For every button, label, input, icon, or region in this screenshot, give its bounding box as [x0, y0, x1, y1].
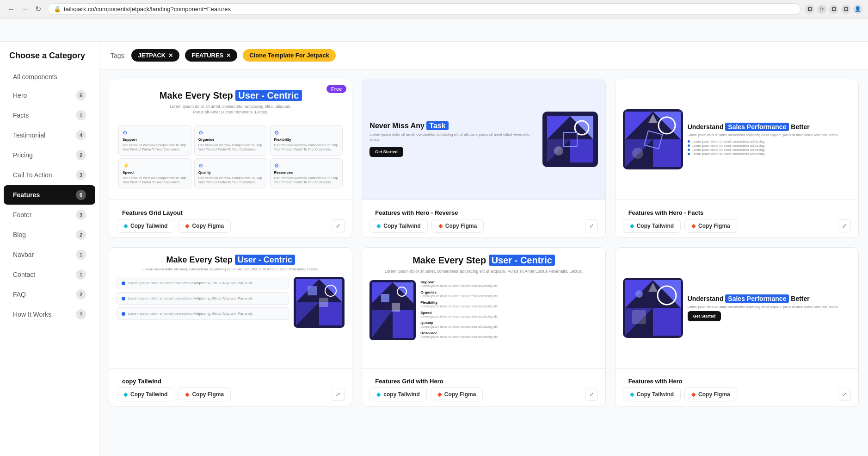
tag-jetpack-close[interactable]: ✕	[168, 52, 173, 59]
card3-copy-tailwind[interactable]: ◈ Copy Tailwind	[623, 219, 681, 233]
tag-jetpack[interactable]: JETPACK ✕	[131, 49, 179, 62]
sidebar-label-pricing: Pricing	[13, 151, 33, 159]
speed-icon: ⚡	[123, 162, 187, 169]
clone-template-button[interactable]: Clone Template For Jetpack	[243, 49, 335, 62]
sidebar-item-pricing[interactable]: Pricing 2	[4, 145, 95, 165]
extension-icon-2[interactable]: ⊡	[829, 5, 838, 14]
card5-copy-tailwind[interactable]: ◈ copy Tailwind	[369, 387, 426, 401]
card1-expand[interactable]: ⤢	[332, 219, 345, 232]
feat-quality-title: Quality	[420, 321, 597, 325]
sidebar-item-contact[interactable]: Contact 1	[4, 265, 95, 284]
sidebar-badge-blog: 2	[76, 230, 86, 240]
sidebar-badge-testimonial: 4	[76, 130, 86, 140]
sidebar-item-hero[interactable]: Hero 5	[4, 86, 95, 105]
card4-footer: copy Tailwind ◈ Copy Tailwind ◆ Copy Fig…	[109, 368, 352, 406]
star-icon[interactable]: ☆	[817, 5, 826, 14]
tag-features-close[interactable]: ✕	[226, 52, 231, 59]
card2-copy-tailwind[interactable]: ◈ Copy Tailwind	[369, 219, 427, 233]
sidebar-item-call-to-action[interactable]: Call To Action 3	[4, 165, 95, 185]
feature-speed: ⚡ Speed Use Premium Webflow Components T…	[118, 158, 191, 188]
card-features-grid-layout: Free Make Every Step User - Centric Lore…	[109, 79, 352, 238]
card3-expand[interactable]: ⤢	[838, 219, 851, 232]
card6-copy-tailwind[interactable]: ◈ Copy Tailwind	[623, 387, 681, 401]
bullet-2: Lorem ipsum dolor sit amet, consectetur …	[688, 144, 839, 148]
back-button[interactable]: ←	[6, 4, 17, 14]
profile-icon[interactable]: 👤	[853, 5, 862, 14]
extension-icon-1[interactable]: ⊞	[805, 5, 814, 14]
sidebar-item-features[interactable]: Features 6	[4, 185, 95, 205]
card5-expand[interactable]: ⤢	[585, 388, 598, 401]
sidebar-item-navbar[interactable]: Navbar 1	[4, 245, 95, 264]
card2-copy-figma[interactable]: ◆ Copy Figma	[431, 219, 484, 233]
feature-quality: ⚙ Quality Use Premium Webflow Components…	[194, 158, 267, 188]
sidebar-item-footer[interactable]: Footer 3	[4, 205, 95, 225]
sidebar-item-how-it-works[interactable]: How It Works ?	[4, 305, 95, 324]
sidebar-label-blog: Blog	[13, 231, 26, 238]
card3-actions: ◈ Copy Tailwind ◆ Copy Figma ⤢	[621, 219, 853, 233]
card6-expand[interactable]: ⤢	[838, 388, 851, 401]
card1-copy-figma[interactable]: ◆ Copy Figma	[178, 219, 231, 233]
feat-organise-title: Organise	[420, 290, 597, 294]
card6-copy-figma[interactable]: ◆ Copy Figma	[684, 387, 737, 401]
feat-resource-title: Resource	[420, 331, 597, 335]
feature-flexibility: ⚙ Flexibility Use Premium Webflow Compon…	[270, 125, 343, 156]
main-content: Tags: JETPACK ✕ FEATURES ✕ Clone Templat…	[99, 42, 868, 456]
card1-figma-label: Copy Figma	[192, 223, 224, 229]
feat-resource-desc: Lorem ipsum dolor sit amet consectetur a…	[420, 335, 597, 338]
card2-expand[interactable]: ⤢	[585, 219, 598, 232]
card3-copy-figma[interactable]: ◆ Copy Figma	[684, 219, 737, 233]
card2-heading: Never Miss Any Task	[369, 122, 536, 130]
card4-subtitle: Lorem ipsum dolor sit amet, consectetur …	[142, 267, 319, 271]
card5-copy-figma[interactable]: ◆ Copy Figma	[431, 387, 483, 401]
tailwind-icon-2: ◈	[376, 223, 381, 229]
sidebar-label-faq: FAQ	[13, 291, 26, 298]
bullet-dot-4	[688, 153, 690, 155]
card4-copy-figma[interactable]: ◆ Copy Figma	[178, 387, 231, 401]
sidebar-label-hero: Hero	[13, 92, 27, 99]
sidebar-item-facts[interactable]: Facts 1	[4, 106, 95, 125]
forward-button[interactable]: →	[19, 4, 31, 14]
card5-illustration	[369, 280, 416, 340]
card3-figma-label: Copy Figma	[698, 223, 730, 229]
tag-features[interactable]: FEATURES ✕	[185, 49, 237, 62]
feature-organise: ⚙ Organise Use Premium Webflow Component…	[194, 125, 267, 156]
reload-button[interactable]: ↻	[33, 4, 43, 14]
free-badge: Free	[326, 85, 346, 93]
card6-actions: ◈ Copy Tailwind ◆ Copy Figma ⤢	[621, 387, 853, 401]
card3-preview: Understand Sales Performance Better Lore…	[616, 79, 858, 200]
sidebar-item-all-components[interactable]: All components	[4, 69, 95, 85]
list-item-3: Lorem ipsum dolor sit amet consectetur A…	[117, 307, 289, 320]
sidebar-item-testimonial[interactable]: Testimonial 4	[4, 125, 95, 145]
tags-bar: Tags: JETPACK ✕ FEATURES ✕ Clone Templat…	[99, 42, 868, 69]
figma-icon-2: ◆	[438, 223, 443, 229]
card4-copy-tailwind[interactable]: ◈ Copy Tailwind	[117, 387, 174, 401]
card1-highlight: User - Centric	[235, 90, 302, 101]
feat-support-desc: Lorem ipsum dolor sit amet consectetur a…	[420, 284, 597, 287]
bullet-dot-3	[688, 149, 690, 151]
card5-features-list: Support Lorem ipsum dolor sit amet conse…	[420, 280, 597, 338]
card6-get-started[interactable]: Get Started	[688, 311, 721, 321]
card6-sales-highlight: Sales Performance	[725, 294, 789, 303]
card4-expand[interactable]: ⤢	[332, 388, 345, 401]
sidebar-label-navbar: Navbar	[13, 251, 34, 258]
card1-copy-tailwind[interactable]: ◈ Copy Tailwind	[117, 219, 174, 233]
sidebar-item-blog[interactable]: Blog 2	[4, 225, 95, 244]
bullet-3: Lorem ipsum dolor sit amet, consectetur …	[688, 148, 839, 152]
svg-marker-29	[393, 310, 413, 338]
sidebar-item-faq[interactable]: FAQ 2	[4, 285, 95, 304]
resources-icon: ⚙	[274, 162, 339, 169]
card3-tailwind-label: Copy Tailwind	[637, 223, 674, 229]
sidebar-badge-pricing: 2	[76, 150, 86, 160]
figma-icon-6: ◆	[691, 391, 696, 398]
extension-icon-3[interactable]: ⊟	[841, 5, 850, 14]
address-bar[interactable]: 🔒 tailspark.co/components/jetpack/landin…	[48, 3, 800, 15]
feat-resource: Resource Lorem ipsum dolor sit amet cons…	[420, 331, 597, 338]
card6-text: Understand Sales Performance Better Lore…	[688, 294, 839, 321]
card6-subtitle: Lorem ipsum dolor sit amet, consectetur …	[688, 305, 839, 308]
card2-get-started[interactable]: Get Started	[369, 147, 403, 157]
browser-navigation[interactable]: ← → ↻	[6, 4, 43, 14]
sidebar-badge-facts: 1	[76, 110, 86, 120]
card2-tailwind-label: Copy Tailwind	[383, 223, 420, 229]
sidebar-badge-hero: 5	[76, 90, 86, 100]
feat-support: Support Lorem ipsum dolor sit amet conse…	[420, 280, 597, 287]
